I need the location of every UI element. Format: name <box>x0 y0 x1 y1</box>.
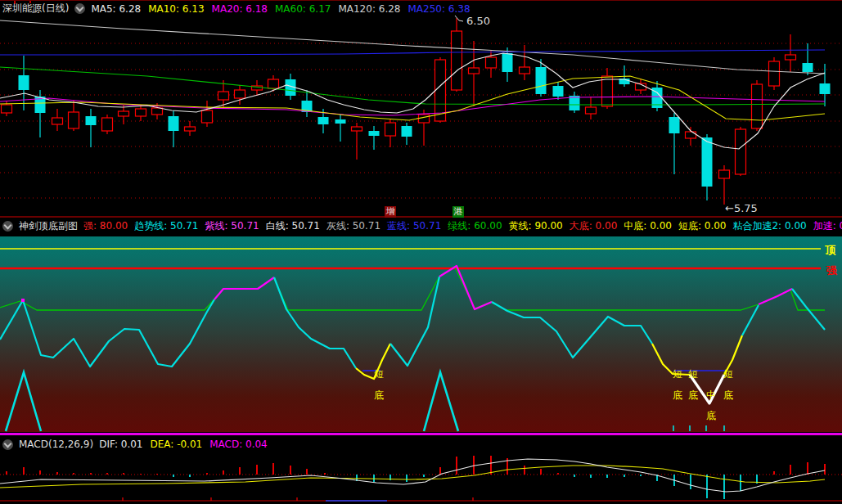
candle-body <box>119 111 129 116</box>
legend-item: 短底: 0.00 <box>678 219 727 233</box>
candle-body <box>736 129 746 174</box>
legend-item: 粘合加速2: 0.00 <box>732 219 806 233</box>
candle-body <box>686 132 696 138</box>
legend-item: MA10: 6.13 <box>148 3 204 15</box>
candle-body <box>469 68 480 74</box>
signal-label: 底 <box>374 389 384 401</box>
chevron-down-icon <box>76 4 84 12</box>
macd-legend: DIF: 0.01DEA: -0.01MACD: 0.04 <box>99 439 268 450</box>
candle-body <box>602 76 613 106</box>
candle-body <box>586 107 597 114</box>
legend-item: DIF: 0.01 <box>99 439 142 450</box>
candle-body <box>719 170 730 178</box>
candle-body <box>86 116 97 125</box>
candle-body <box>69 112 79 128</box>
legend-item: 灰线: 50.71 <box>326 219 380 233</box>
candle-body <box>385 123 396 136</box>
kline-legend: MA5: 6.28MA10: 6.13MA20: 6.18MA60: 6.17M… <box>91 3 470 15</box>
dea-line <box>0 466 825 488</box>
trend-baseline-green <box>0 268 825 310</box>
collapse-chevron-icon[interactable] <box>2 221 13 232</box>
legend-item: 蓝线: 50.71 <box>387 219 441 233</box>
candle-body <box>786 55 796 60</box>
candle-body <box>803 63 813 72</box>
candle-body <box>218 92 229 100</box>
candle-body <box>520 67 530 74</box>
legend-item: 紫线: 50.71 <box>205 219 259 233</box>
legend-item: MA120: 6.28 <box>338 3 400 15</box>
legend-item: 黄线: 90.00 <box>509 219 563 233</box>
candle-body <box>536 67 547 94</box>
legend-item: MACD: 0.04 <box>209 439 268 450</box>
legend-item: 大底: 0.00 <box>570 219 618 233</box>
panel-separator <box>0 216 842 218</box>
candle-body <box>752 84 763 128</box>
candle-body <box>553 86 564 97</box>
chevron-down-icon <box>4 439 12 448</box>
main-line-segment <box>274 277 356 368</box>
candle-body <box>136 109 146 116</box>
signal-label: 短 <box>688 368 698 380</box>
candle-body <box>369 131 380 136</box>
candle-body <box>235 90 245 98</box>
kline-chart-canvas[interactable]: 6.50←5.75 <box>0 0 842 216</box>
bottom-spike <box>6 372 41 431</box>
ma-line-MA60 <box>0 67 825 105</box>
collapse-chevron-icon[interactable] <box>74 3 85 14</box>
candle-body <box>702 137 713 187</box>
threshold-label: 强 <box>826 264 838 277</box>
main-line-segment <box>742 305 759 335</box>
legend-item: MA250: 6.38 <box>407 3 470 15</box>
signal-label: 底 <box>688 389 698 401</box>
signal-label: 短 <box>673 368 682 380</box>
legend-item: 强: 80.00 <box>83 219 128 233</box>
legend-item: MA20: 6.18 <box>212 3 268 15</box>
candle-body <box>169 116 179 131</box>
candle-body <box>335 119 346 124</box>
signal-label: 底 <box>673 389 682 401</box>
candle-body <box>502 53 513 72</box>
candle-body <box>318 117 329 124</box>
high-price-label: 6.50 <box>466 15 490 27</box>
candle-body <box>19 75 29 90</box>
chevron-down-icon <box>4 222 12 230</box>
candle-body <box>185 127 196 131</box>
candle-body <box>486 57 497 68</box>
candle-body <box>2 105 12 113</box>
candle-body <box>202 110 213 123</box>
candle-body <box>769 61 780 86</box>
candle-body <box>152 108 163 115</box>
legend-item: MA5: 6.28 <box>91 3 141 15</box>
indicator-header: 神剑顶底副图 强: 80.00趋势线: 50.71紫线: 50.71白线: 50… <box>2 219 842 233</box>
bottom-spike <box>424 372 458 431</box>
candle-body <box>402 126 412 137</box>
kline-header: 深圳能源(日线) MA5: 6.28MA10: 6.13MA20: 6.18MA… <box>2 2 471 16</box>
legend-item: DEA: -0.01 <box>150 439 202 450</box>
event-marker-gang: 港 <box>453 206 464 218</box>
signal-label: 短 <box>374 368 384 380</box>
top-border-line <box>0 0 842 1</box>
candle-body <box>52 118 63 124</box>
macd-title: MACD(12,26,9) <box>19 439 93 450</box>
signal-label: 底 <box>723 389 733 401</box>
legend-item: 趋势线: 50.71 <box>134 219 198 233</box>
indicator-chart-canvas[interactable]: 顶强短底短底短底中底短底 <box>0 236 842 432</box>
indicator-legend: 强: 80.00趋势线: 50.71紫线: 50.71白线: 50.71灰线: … <box>83 219 842 233</box>
signal-label: 中 <box>706 389 716 401</box>
main-line-segment <box>214 277 274 299</box>
trading-app-window: 6.50←5.75 深圳能源(日线) MA5: 6.28MA10: 6.13MA… <box>0 0 842 504</box>
collapse-chevron-icon[interactable] <box>2 439 13 450</box>
macd-header: MACD(12,26,9) DIF: 0.01DEA: -0.01MACD: 0… <box>2 439 268 450</box>
main-line-segment <box>439 266 492 309</box>
candle-body <box>435 60 446 121</box>
candle-body <box>268 79 279 88</box>
low-price-label: ←5.75 <box>725 202 758 214</box>
candle-body <box>102 118 113 131</box>
ma-line-MA5 <box>0 53 825 149</box>
signal-label: 短 <box>723 368 733 380</box>
kline-title: 深圳能源(日线) <box>2 2 69 16</box>
candle-body <box>669 117 680 133</box>
candle-body <box>419 115 430 123</box>
legend-item: 绿线: 60.00 <box>448 219 502 233</box>
accel-dot <box>21 299 25 302</box>
